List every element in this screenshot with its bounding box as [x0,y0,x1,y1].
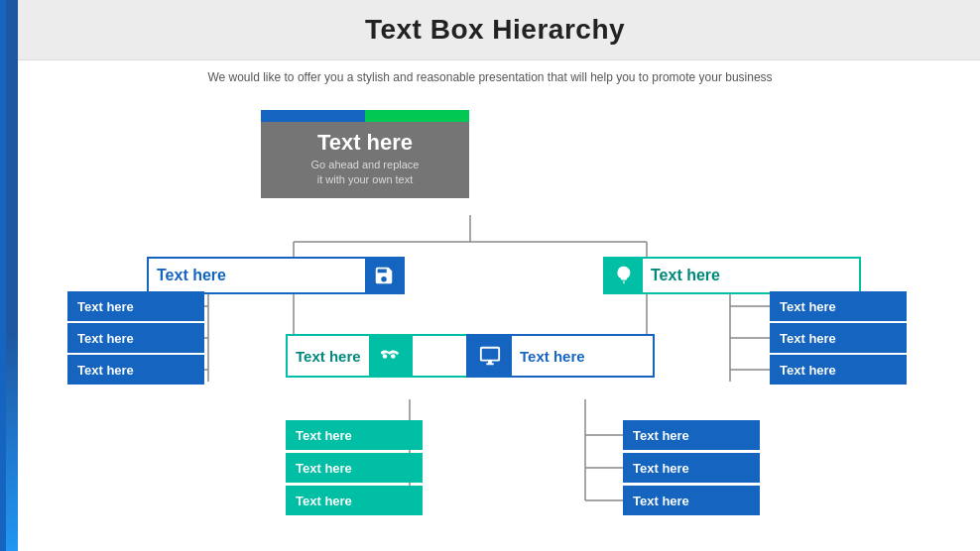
l1-right-text: Text here [643,267,728,284]
leaf-right-bottom-1: Text here [623,420,760,450]
l1-left-icon [365,258,403,293]
page-title: Text Box Hierarchy [40,14,950,46]
l2-right-node: Text here [466,334,655,378]
subtitle: We would like to offer you a stylish and… [0,60,980,88]
root-bar-blue [261,110,365,122]
root-top-bar [261,110,469,122]
l2-left-text: Text here [288,348,369,365]
leaf-right-top-2: Text here [770,323,907,353]
leaf-left-top-3: Text here [67,355,204,385]
root-bar-green [365,110,469,122]
header: Text Box Hierarchy [0,0,980,60]
leaf-left-bottom-3: Text here [286,486,423,515]
page: Text Box Hierarchy We would like to offe… [0,0,980,551]
l2-left-node: Text here [286,334,469,378]
root-subtitle: Go ahead and replaceit with your own tex… [261,158,469,198]
root-node: Text here Go ahead and replaceit with yo… [261,110,469,198]
leaf-left-bottom-1: Text here [286,420,423,450]
l2-left-icon [369,335,413,377]
l1-right-icon [605,258,643,293]
svg-point-31 [621,271,627,276]
leaf-left-bottom-2: Text here [286,453,423,483]
diagram-area: Text here Go ahead and replaceit with yo… [18,88,980,551]
leaf-right-top-1: Text here [770,291,907,321]
root-title: Text here [261,122,469,158]
l1-right-node: Text here [603,257,861,294]
leaf-right-bottom-2: Text here [623,453,760,483]
l2-right-icon [468,335,512,377]
accent-bar-stripe [0,0,6,551]
l1-left-node: Text here [147,257,405,294]
accent-bar [0,0,18,551]
leaf-left-top-1: Text here [67,291,204,321]
leaf-right-bottom-3: Text here [623,486,760,515]
leaf-left-top-2: Text here [67,323,204,353]
l1-left-text: Text here [149,267,365,284]
l2-right-text: Text here [512,348,593,365]
leaf-right-top-3: Text here [770,355,907,385]
